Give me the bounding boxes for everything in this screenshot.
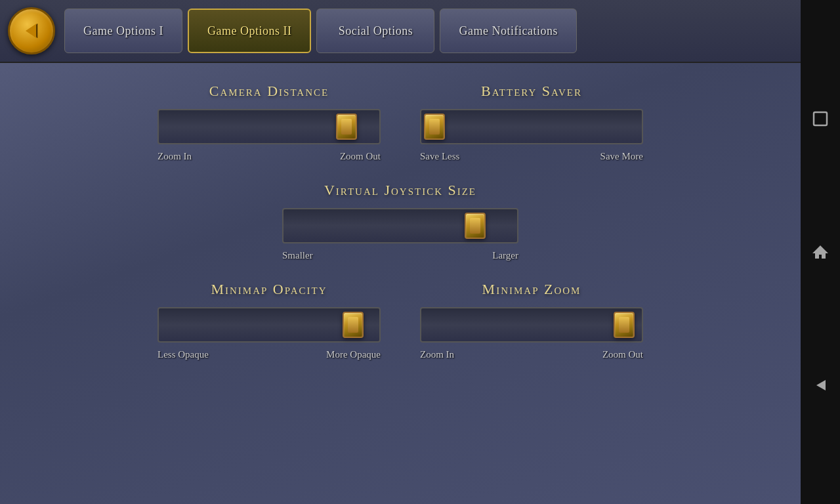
minimap-zoom-slider[interactable] xyxy=(420,307,643,343)
camera-distance-max: Zoom Out xyxy=(340,151,381,162)
tab-social-options[interactable]: Social Options xyxy=(316,9,434,53)
joystick-size-slider[interactable] xyxy=(282,208,518,243)
minimap-zoom-max: Zoom Out xyxy=(602,349,643,360)
camera-distance-group: Camera Distance Zoom In Zoom Out xyxy=(158,83,381,162)
camera-distance-ends: Zoom In Zoom Out xyxy=(158,151,381,162)
svg-marker-1 xyxy=(26,24,36,38)
battery-saver-slider[interactable] xyxy=(420,109,643,144)
battery-saver-min: Save Less xyxy=(420,151,459,162)
back-button[interactable] xyxy=(8,7,55,54)
tab-game-notifications[interactable]: Game Notifications xyxy=(440,9,576,53)
recents-button[interactable] xyxy=(808,107,832,131)
battery-saver-max: Save More xyxy=(600,151,643,162)
battery-saver-ends: Save Less Save More xyxy=(420,151,643,162)
row-2: Virtual Joystick Size Smaller Larger xyxy=(39,182,761,261)
camera-distance-min: Zoom In xyxy=(158,151,192,162)
battery-saver-group: Battery Saver Save Less Save More xyxy=(420,83,643,162)
minimap-opacity-max: More Opaque xyxy=(326,349,381,360)
row-3: Minimap Opacity Less Opaque More Opaque … xyxy=(39,281,761,360)
minimap-zoom-min: Zoom In xyxy=(420,349,454,360)
joystick-size-ends: Smaller Larger xyxy=(282,250,518,261)
joystick-size-max: Larger xyxy=(492,250,518,261)
joystick-size-label: Virtual Joystick Size xyxy=(324,182,476,199)
joystick-size-group: Virtual Joystick Size Smaller Larger xyxy=(282,182,518,261)
recents-icon xyxy=(811,110,830,128)
minimap-opacity-ends: Less Opaque More Opaque xyxy=(158,349,381,360)
minimap-zoom-group: Minimap Zoom Zoom In Zoom Out xyxy=(420,281,643,360)
minimap-zoom-label: Minimap Zoom xyxy=(482,281,581,298)
row-1: Camera Distance Zoom In Zoom Out Battery… xyxy=(39,83,761,162)
home-button[interactable] xyxy=(808,240,832,264)
minimap-zoom-thumb[interactable] xyxy=(614,312,635,338)
back-arrow-icon xyxy=(20,19,43,43)
android-nav-bar xyxy=(801,0,840,504)
joystick-size-min: Smaller xyxy=(282,250,313,261)
svg-rect-2 xyxy=(814,112,827,125)
minimap-zoom-ends: Zoom In Zoom Out xyxy=(420,349,643,360)
minimap-opacity-thumb[interactable] xyxy=(343,312,364,338)
camera-distance-slider[interactable] xyxy=(158,109,381,144)
svg-marker-4 xyxy=(816,380,826,390)
minimap-opacity-group: Minimap Opacity Less Opaque More Opaque xyxy=(158,281,381,360)
minimap-opacity-min: Less Opaque xyxy=(158,349,209,360)
minimap-opacity-slider[interactable] xyxy=(158,307,381,343)
tab-game-options-2[interactable]: Game Options II xyxy=(188,9,311,53)
tab-game-options-1[interactable]: Game Options I xyxy=(64,9,182,53)
battery-saver-label: Battery Saver xyxy=(481,83,582,100)
svg-marker-3 xyxy=(812,245,828,259)
back-nav-button[interactable] xyxy=(808,373,832,397)
content-area: Camera Distance Zoom In Zoom Out Battery… xyxy=(0,63,801,504)
camera-distance-thumb[interactable] xyxy=(336,114,357,140)
minimap-opacity-label: Minimap Opacity xyxy=(211,281,327,298)
top-bar: Game Options I Game Options II Social Op… xyxy=(0,0,801,63)
camera-distance-label: Camera Distance xyxy=(209,83,329,100)
home-icon xyxy=(811,243,830,261)
main-area: Game Options I Game Options II Social Op… xyxy=(0,0,801,504)
back-nav-icon xyxy=(811,376,830,394)
battery-saver-thumb[interactable] xyxy=(424,114,445,140)
tabs-container: Game Options I Game Options II Social Op… xyxy=(64,9,577,53)
joystick-size-thumb[interactable] xyxy=(465,213,486,239)
